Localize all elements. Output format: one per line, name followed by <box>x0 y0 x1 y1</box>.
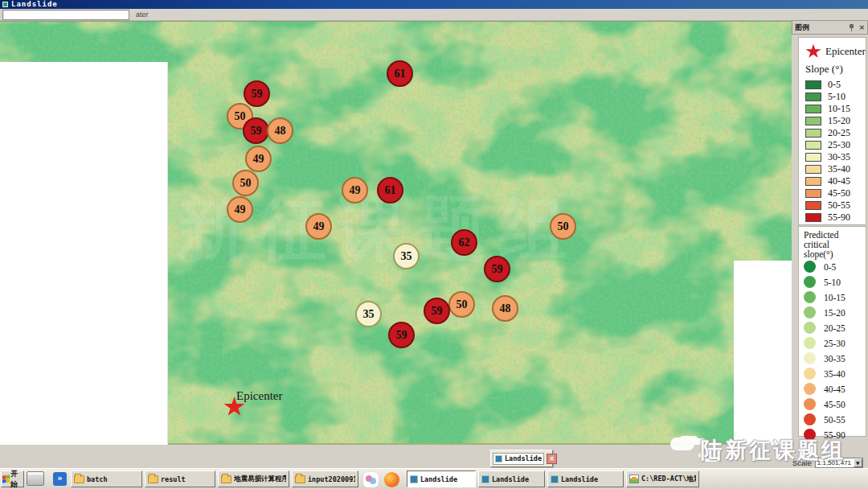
slope-marker[interactable]: 48 <box>267 117 293 144</box>
critical-class-label: 10-15 <box>824 293 845 302</box>
taskbar: 开始 » batchresult地震易损计算程序..input202009181… <box>0 468 868 489</box>
critical-class-label: 0-5 <box>824 262 836 272</box>
slope-class-label: 40-45 <box>828 175 850 187</box>
chevron-down-icon[interactable]: ▼ <box>854 458 862 467</box>
taskbar-button[interactable]: 地震易损计算程序.. <box>218 471 289 487</box>
legend-critical-row: 25-30 <box>804 335 866 351</box>
taskbar-button[interactable]: Landslide <box>407 471 476 487</box>
slope-marker[interactable]: 49 <box>227 196 253 223</box>
slope-class-label: 25-30 <box>828 139 850 151</box>
slope-marker[interactable]: 49 <box>305 213 332 240</box>
preview-field[interactable]: Landslide <box>493 453 544 465</box>
legend-critical-row: 30-35 <box>804 351 866 366</box>
chart-icon <box>629 475 639 483</box>
preview-close-icon[interactable]: × <box>547 454 557 464</box>
taskbar-button-label: Landslide <box>561 475 598 483</box>
legend-critical-row: 40-45 <box>804 381 866 397</box>
legend-epicenter-row: Epicenter <box>805 43 866 60</box>
media-app-icon[interactable] <box>363 472 379 487</box>
slope-marker[interactable]: 62 <box>451 229 477 256</box>
critical-class-dot-icon <box>804 291 816 303</box>
legend-slope-row: 5-10 <box>805 91 866 103</box>
map-nodata-left <box>0 62 168 445</box>
slope-marker[interactable]: 59 <box>243 117 269 144</box>
slope-marker[interactable]: 50 <box>550 213 576 240</box>
blue-app-icon[interactable]: » <box>53 472 67 486</box>
slope-marker[interactable]: 50 <box>448 291 475 318</box>
critical-class-label: 55-90 <box>824 430 845 440</box>
legend-slope: Epicenter Slope (°) 0-55-1010-1515-2020-… <box>798 37 866 225</box>
slope-marker[interactable]: 59 <box>484 256 510 282</box>
scale-combobox[interactable]: 1:1,501,471 ▼ <box>815 458 863 468</box>
legend-slope-row: 35-40 <box>805 163 866 175</box>
slope-marker[interactable]: 49 <box>245 146 272 172</box>
legend-critical-title-line2: slope(°) <box>804 249 866 259</box>
taskbar-button[interactable]: input20200918153322 <box>292 471 358 487</box>
slope-marker[interactable]: 49 <box>342 177 368 203</box>
taskbar-button-label: 地震易损计算程序.. <box>234 475 286 484</box>
slope-marker[interactable]: 48 <box>492 295 518 322</box>
legend-critical: Predicted critical slope(°) 0-55-1010-15… <box>798 226 866 437</box>
slope-class-label: 10-15 <box>828 103 850 115</box>
critical-class-label: 5-10 <box>824 277 841 287</box>
critical-class-dot-icon <box>804 322 816 334</box>
slope-class-swatch <box>805 80 821 89</box>
app-icon <box>2 2 8 7</box>
slope-marker[interactable]: 59 <box>424 298 450 324</box>
slope-class-label: 45-50 <box>828 187 850 199</box>
critical-class-label: 50-55 <box>824 415 845 425</box>
slope-marker[interactable]: 61 <box>387 60 413 87</box>
taskbar-button[interactable]: Landslide <box>547 471 624 487</box>
critical-class-dot-icon <box>804 429 816 441</box>
slope-marker[interactable]: 35 <box>393 243 420 269</box>
slope-class-swatch <box>805 129 821 138</box>
taskbar-button[interactable]: Landslide <box>478 471 545 487</box>
critical-class-dot-icon <box>804 352 816 364</box>
window-title: Landslide <box>11 1 58 8</box>
slope-marker[interactable]: 59 <box>244 80 270 107</box>
slope-marker[interactable]: 61 <box>377 177 403 203</box>
taskbar-buttons-left: batchresult地震易损计算程序..input20200918153322 <box>71 471 358 487</box>
slope-marker[interactable]: 35 <box>355 301 382 327</box>
legend-slope-rows: 0-55-1010-1515-2020-2525-3030-3535-4040-… <box>805 79 866 224</box>
pin-icon[interactable] <box>849 24 854 31</box>
close-icon[interactable]: × <box>858 24 865 31</box>
legend-panel-header[interactable]: 图例 × <box>792 20 868 35</box>
slope-class-swatch <box>805 141 821 150</box>
app-icon <box>410 475 418 483</box>
legend-critical-row: 45-50 <box>804 397 866 412</box>
slope-class-swatch <box>805 213 821 222</box>
app-icon <box>551 475 559 483</box>
layer-combobox[interactable] <box>2 10 129 20</box>
slope-class-swatch <box>805 165 821 174</box>
critical-class-label: 35-40 <box>824 369 845 379</box>
start-button[interactable]: 开始 <box>1 471 24 487</box>
folder-icon <box>148 475 158 483</box>
slope-class-swatch <box>805 201 821 210</box>
firefox-icon[interactable] <box>384 472 399 487</box>
legend-critical-title-line1: Predicted critical <box>804 230 866 249</box>
taskbar-button-label: result <box>161 475 186 483</box>
folder-icon <box>221 475 231 483</box>
slope-class-swatch <box>805 177 821 186</box>
slope-marker[interactable]: 50 <box>232 170 259 196</box>
taskbar-button[interactable]: result <box>145 471 215 487</box>
critical-class-label: 20-25 <box>824 323 845 333</box>
legend-epicenter-label: Epicenter <box>825 45 866 58</box>
legend-critical-row: 0-5 <box>804 259 866 274</box>
toolbar-text: ater <box>136 10 149 18</box>
critical-class-dot-icon <box>804 261 816 273</box>
slope-marker[interactable]: 59 <box>388 322 415 348</box>
taskbar-button[interactable]: batch <box>71 471 142 487</box>
map-nodata-right <box>734 261 792 445</box>
app-icon <box>481 475 489 483</box>
taskbar-preview-popup[interactable]: Landslide × <box>490 450 553 467</box>
map-canvas[interactable]: 陆新征课题组 Epicenter 61595059484950496149495… <box>0 21 792 445</box>
epicenter-label: Epicenter <box>236 389 282 403</box>
legend-slope-row: 15-20 <box>805 115 866 127</box>
taskbar-button[interactable]: C:\RED-ACT\地震... <box>626 471 699 487</box>
window-titlebar[interactable]: Landslide <box>0 0 868 9</box>
legend-critical-row: 15-20 <box>804 305 866 320</box>
legend-slope-row: 0-5 <box>805 79 866 91</box>
printer-icon[interactable] <box>27 471 44 486</box>
